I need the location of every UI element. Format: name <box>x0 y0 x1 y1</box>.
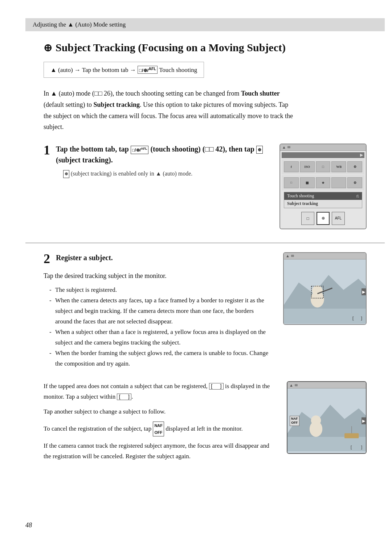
title-text: Subject Tracking (Focusing on a Moving S… <box>56 41 286 54</box>
menu-cell-f: f <box>284 161 299 172</box>
touch-icons-row: □ ⊕ AFL <box>282 210 364 227</box>
intro-text: In ▲ (auto) mode (□□ 26), the touch shoo… <box>44 88 298 132</box>
bottom-section: If the tapped area does not contain a su… <box>44 381 367 466</box>
menu-cell-hash: ▩ <box>300 177 315 188</box>
menu-cell-wb: WB <box>331 161 346 172</box>
bottom-notes: If the tapped area does not contain a su… <box>44 381 276 466</box>
step1-heading: Tap the bottom tab, tap □/⊕/AFL (touch s… <box>56 144 269 165</box>
step2-number: 2 <box>44 252 50 265</box>
touch-menu-item-1: Subject tracking <box>284 200 362 208</box>
step1-diagram: ▲ ▶ f ISO □ WB ⚙ <box>279 144 367 229</box>
corner-mark-2: [ ] <box>350 445 363 450</box>
step1-content: 1 Tap the bottom tab, tap □/⊕/AFL (touch… <box>44 144 269 182</box>
menu-cell-d: □ <box>316 161 331 172</box>
bullet-4: When the border framing the subject glow… <box>49 348 272 369</box>
subject-tracking-icon: ⊕ <box>44 42 52 54</box>
page-title: ⊕ Subject Tracking (Focusing on a Moving… <box>44 41 367 54</box>
step1-number: 1 <box>44 144 50 157</box>
nav-arrow-2: ▶ <box>362 288 366 295</box>
step2-heading: Register a subject. <box>56 252 113 263</box>
menu-cell-gear: ⚙ <box>347 161 362 172</box>
bullet-3: When a subject other than a face is regi… <box>49 327 272 348</box>
corner-mark-1: [ ] <box>352 316 363 321</box>
cam-header-2: ▲ <box>284 253 366 259</box>
bottom-note-1: If the tapped area does not contain a su… <box>44 381 276 402</box>
step1-section: 1 Tap the bottom tab, tap □/⊕/AFL (touch… <box>44 144 367 229</box>
menu-cell-star: ★ <box>316 177 331 188</box>
touch-menu-header: Touch shooting ⎌ <box>284 192 362 200</box>
menu-cell-blank <box>331 177 346 188</box>
svg-point-11 <box>311 416 321 426</box>
page-number: 48 <box>25 521 32 529</box>
cam-header-3: ▲ <box>287 382 366 388</box>
nav-arrow-1: ▶ <box>360 153 363 157</box>
menu-grid-1: f ISO □ WB ⚙ <box>282 159 364 174</box>
menu-cell-iso: ISO <box>300 161 315 172</box>
touch-shooting-label: Touch shooting <box>287 193 314 199</box>
camera-screen-1: ▲ ▶ f ISO □ WB ⚙ <box>279 144 367 229</box>
bullet-list: The subject is registered. When the came… <box>49 285 272 369</box>
step2-diagram: ▲ <box>283 252 367 325</box>
top-bar-text: Adjusting the ▲ (Auto) Mode setting <box>33 21 126 28</box>
cam-header-1: ▲ <box>280 144 366 151</box>
back-icon: ⎌ <box>356 193 359 199</box>
svg-point-4 <box>312 285 323 296</box>
touch-icon-2: ⊕ <box>317 212 330 225</box>
nav-box-text: ▲ (auto) → Tap the bottom tab → □/⊕/AFL … <box>50 67 197 73</box>
step2-body: Tap the desired tracking subject in the … <box>44 270 272 282</box>
bottom-note-2: Tap another subject to change a subject … <box>44 407 276 417</box>
bottom-note-3: To cancel the registration of the subjec… <box>44 422 276 436</box>
touch-shutter-bold: Touch shutter <box>241 90 280 97</box>
page-container: More on Shooting Adjusting the ▲ (Auto) … <box>0 0 392 540</box>
divider-1 <box>25 242 385 243</box>
nav-box: ▲ (auto) → Tap the bottom tab → □/⊕/AFL … <box>44 62 204 78</box>
menu-cell-gear2: ⚙ <box>347 177 362 188</box>
bullet-2: When the camera detects any faces, tap a… <box>49 295 272 327</box>
step3-diagram: ▲ NAFOFF [ ] <box>287 381 367 454</box>
step2-content: 2 Register a subject. Tap the desired tr… <box>44 252 272 373</box>
cam-body-1: ▶ f ISO □ WB ⚙ □ ▩ ★ <box>280 151 366 229</box>
step2-section: 2 Register a subject. Tap the desired tr… <box>44 252 367 373</box>
touch-icon-1: □ <box>301 212 314 225</box>
menu-cell-visa: □ <box>284 177 299 188</box>
subject-tracking-bold: Subject tracking <box>93 101 140 108</box>
menu-grid-2: □ ▩ ★ ⚙ <box>282 175 364 190</box>
camera-screen-2: ▲ <box>283 252 367 325</box>
step1-sub: ⊕ (subject tracking) is enabled only in … <box>63 169 269 178</box>
nav-arrow-3: ▶ <box>362 418 366 424</box>
top-bar: Adjusting the ▲ (Auto) Mode setting <box>25 18 385 31</box>
touch-menu-popup: Touch shooting ⎌ Subject tracking <box>284 192 362 208</box>
bullet-1: The subject is registered. <box>49 285 272 295</box>
mountain-svg <box>284 259 366 324</box>
svg-rect-12 <box>344 434 359 439</box>
touch-icon-3: AFL <box>332 212 345 225</box>
cam-nav-strip-1: ▶ <box>282 152 364 158</box>
bottom-note-4: If the camera cannot track the registere… <box>44 441 276 462</box>
naf-off-label: NAFOFF <box>290 416 299 426</box>
